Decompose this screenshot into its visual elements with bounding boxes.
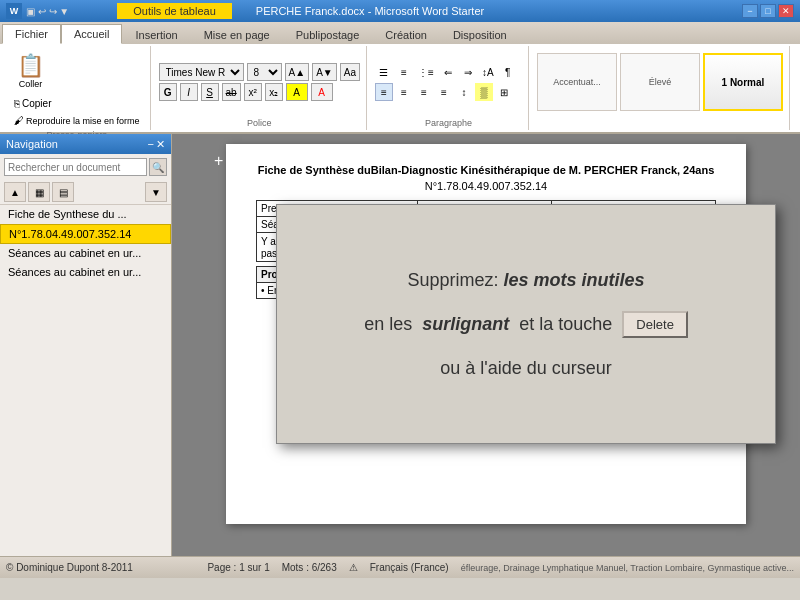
grow-font-button[interactable]: A▲ bbox=[285, 63, 310, 81]
underline-button[interactable]: S bbox=[201, 83, 219, 101]
nav-view-btn1[interactable]: ▦ bbox=[28, 182, 50, 202]
font-content: Times New Ro... 8 A▲ A▼ Aa G I S ab x² x… bbox=[159, 48, 360, 116]
copyright-text: © Dominique Dupont 8-2011 bbox=[6, 562, 133, 573]
strikethrough-button[interactable]: ab bbox=[222, 83, 241, 101]
increase-indent-button[interactable]: ⇒ bbox=[459, 63, 477, 81]
nav-minimize-button[interactable]: − bbox=[148, 138, 154, 151]
highlight-button[interactable]: A bbox=[286, 83, 308, 101]
minimize-button[interactable]: − bbox=[742, 4, 758, 18]
warning-icon[interactable]: ⚠ bbox=[349, 562, 358, 573]
navigation-panel: Navigation − ✕ 🔍 ▲ ▦ ▤ ▼ Fiche de Synthe… bbox=[0, 134, 172, 556]
doc-marker: + bbox=[214, 152, 223, 170]
nav-item-1[interactable]: N°1.78.04.49.007.352.14 bbox=[0, 224, 171, 244]
overlay-bold-text: surlignant bbox=[422, 314, 509, 335]
overlay-italic-text: les mots inutiles bbox=[504, 270, 645, 290]
overlay-dialog: Supprimez: les mots inutiles en les surl… bbox=[276, 204, 776, 444]
shading-button[interactable]: ▒ bbox=[475, 83, 493, 101]
line-spacing-button[interactable]: ↕ bbox=[455, 83, 473, 101]
pilcrow-button[interactable]: ¶ bbox=[499, 63, 517, 81]
search-button[interactable]: 🔍 bbox=[149, 158, 167, 176]
nav-view-btn2[interactable]: ▤ bbox=[52, 182, 74, 202]
page-status: Page : 1 sur 1 bbox=[207, 562, 269, 573]
italic-button[interactable]: I bbox=[180, 83, 198, 101]
ribbon-group-clipboard: 📋Coller ⎘ Copier 🖌 Reproduire la mise en… bbox=[4, 46, 151, 130]
font-color-button[interactable]: A bbox=[311, 83, 333, 101]
align-left-button[interactable]: ≡ bbox=[375, 83, 393, 101]
clear-format-button[interactable]: Aa bbox=[340, 63, 360, 81]
style-accentuation-button[interactable]: Accentuat... bbox=[537, 53, 617, 111]
style-normal-label: 1 Normal bbox=[722, 77, 765, 88]
numbering-button[interactable]: ≡ bbox=[395, 63, 413, 81]
paragraph-label: Paragraphe bbox=[425, 116, 472, 128]
nav-scroll-down-button[interactable]: ▼ bbox=[145, 182, 167, 202]
clipboard-content: 📋Coller ⎘ Copier 🖌 Reproduire la mise en… bbox=[10, 48, 144, 128]
title-bar-left: W ▣ ↩ ↪ ▼ Outils de tableau PERCHE Franc… bbox=[6, 3, 484, 19]
para-row2: ≡ ≡ ≡ ≡ ↕ ▒ ⊞ bbox=[375, 83, 513, 101]
title-bar-controls: − □ ✕ bbox=[742, 4, 794, 18]
subscript-button[interactable]: x₂ bbox=[265, 83, 283, 101]
border-button[interactable]: ⊞ bbox=[495, 83, 513, 101]
ribbon-group-font: Times New Ro... 8 A▲ A▼ Aa G I S ab x² x… bbox=[153, 46, 367, 130]
reproduire-button[interactable]: 🖌 Reproduire la mise en forme bbox=[10, 113, 144, 128]
title-bar: W ▣ ↩ ↪ ▼ Outils de tableau PERCHE Franc… bbox=[0, 0, 800, 22]
doc-title-line2: N°1.78.04.49.007.352.14 bbox=[256, 180, 716, 192]
maximize-button[interactable]: □ bbox=[760, 4, 776, 18]
word-icon: W bbox=[6, 3, 22, 19]
tab-creation[interactable]: Création bbox=[372, 24, 440, 44]
ribbon: 📋Coller ⎘ Copier 🖌 Reproduire la mise en… bbox=[0, 44, 800, 134]
style-buttons: Accentuat... Élevé 1 Normal bbox=[537, 53, 783, 111]
font-row1: Times New Ro... 8 A▲ A▼ Aa bbox=[159, 63, 360, 81]
words-status: Mots : 6/263 bbox=[282, 562, 337, 573]
nav-header-controls: − ✕ bbox=[148, 138, 165, 151]
tab-accueil[interactable]: Accueil bbox=[61, 24, 122, 44]
copier-button[interactable]: ⎘ Copier bbox=[10, 96, 55, 111]
overlay-line2: en les surlignant et la touche Delete bbox=[364, 311, 688, 338]
nav-item-0[interactable]: Fiche de Synthese du ... bbox=[0, 205, 171, 224]
shrink-font-button[interactable]: A▼ bbox=[312, 63, 337, 81]
outils-tab-title: Outils de tableau bbox=[117, 3, 232, 19]
ribbon-tabs: Fichier Accueil Insertion Mise en page P… bbox=[0, 22, 800, 44]
font-name-select[interactable]: Times New Ro... bbox=[159, 63, 244, 81]
nav-close-button[interactable]: ✕ bbox=[156, 138, 165, 151]
bold-button[interactable]: G bbox=[159, 83, 177, 101]
tab-disposition[interactable]: Disposition bbox=[440, 24, 520, 44]
ribbon-group-styles: Accentuat... Élevé 1 Normal Paragraphe bbox=[531, 46, 790, 130]
ribbon-group-paragraph: ☰ ≡ ⋮≡ ⇐ ⇒ ↕A ¶ ≡ ≡ ≡ ≡ ↕ ▒ ⊞ Paragraphe bbox=[369, 46, 529, 130]
overlay-prefix1: Supprimez: bbox=[407, 270, 503, 290]
tab-insertion[interactable]: Insertion bbox=[122, 24, 190, 44]
nav-scroll-up-button[interactable]: ▲ bbox=[4, 182, 26, 202]
superscript-button[interactable]: x² bbox=[244, 83, 262, 101]
navigation-search: 🔍 bbox=[0, 154, 171, 180]
font-size-select[interactable]: 8 bbox=[247, 63, 282, 81]
tab-mise-en-page[interactable]: Mise en page bbox=[191, 24, 283, 44]
decrease-indent-button[interactable]: ⇐ bbox=[439, 63, 457, 81]
tab-publipostage[interactable]: Publipostage bbox=[283, 24, 373, 44]
search-input[interactable] bbox=[4, 158, 147, 176]
para-row1: ☰ ≡ ⋮≡ ⇐ ⇒ ↕A ¶ bbox=[375, 63, 517, 81]
bottom-doc-text: éfleurage, Drainage Lymphatique Manuel, … bbox=[461, 563, 794, 573]
close-button[interactable]: ✕ bbox=[778, 4, 794, 18]
nav-item-3[interactable]: Séances au cabinet en ur... bbox=[0, 263, 171, 282]
paragraph-content: ☰ ≡ ⋮≡ ⇐ ⇒ ↕A ¶ ≡ ≡ ≡ ≡ ↕ ▒ ⊞ bbox=[375, 48, 522, 116]
align-right-button[interactable]: ≡ bbox=[415, 83, 433, 101]
document-area[interactable]: + Fiche de Synthèse duBilan-Diagnostic K… bbox=[172, 134, 800, 556]
style-eleve-button[interactable]: Élevé bbox=[620, 53, 700, 111]
multilevel-button[interactable]: ⋮≡ bbox=[415, 63, 437, 81]
nav-items-list: Fiche de Synthese du ... N°1.78.04.49.00… bbox=[0, 205, 171, 282]
status-bar: © Dominique Dupont 8-2011 Page : 1 sur 1… bbox=[0, 556, 800, 578]
language-status[interactable]: Français (France) bbox=[370, 562, 449, 573]
align-center-button[interactable]: ≡ bbox=[395, 83, 413, 101]
tab-fichier[interactable]: Fichier bbox=[2, 24, 61, 44]
bullets-button[interactable]: ☰ bbox=[375, 63, 393, 81]
overlay-suffix2: et la touche bbox=[519, 314, 612, 335]
format-painter-icon: 🖌 bbox=[14, 115, 24, 126]
document-page: + Fiche de Synthèse duBilan-Diagnostic K… bbox=[226, 144, 746, 524]
nav-item-2[interactable]: Séances au cabinet en ur... bbox=[0, 244, 171, 263]
justify-button[interactable]: ≡ bbox=[435, 83, 453, 101]
sort-button[interactable]: ↕A bbox=[479, 63, 497, 81]
overlay-prefix2: en les bbox=[364, 314, 412, 335]
coller-button[interactable]: 📋Coller bbox=[10, 48, 51, 94]
delete-button[interactable]: Delete bbox=[622, 311, 688, 338]
font-row2: G I S ab x² x₂ A A bbox=[159, 83, 333, 101]
style-normal-button[interactable]: 1 Normal bbox=[703, 53, 783, 111]
